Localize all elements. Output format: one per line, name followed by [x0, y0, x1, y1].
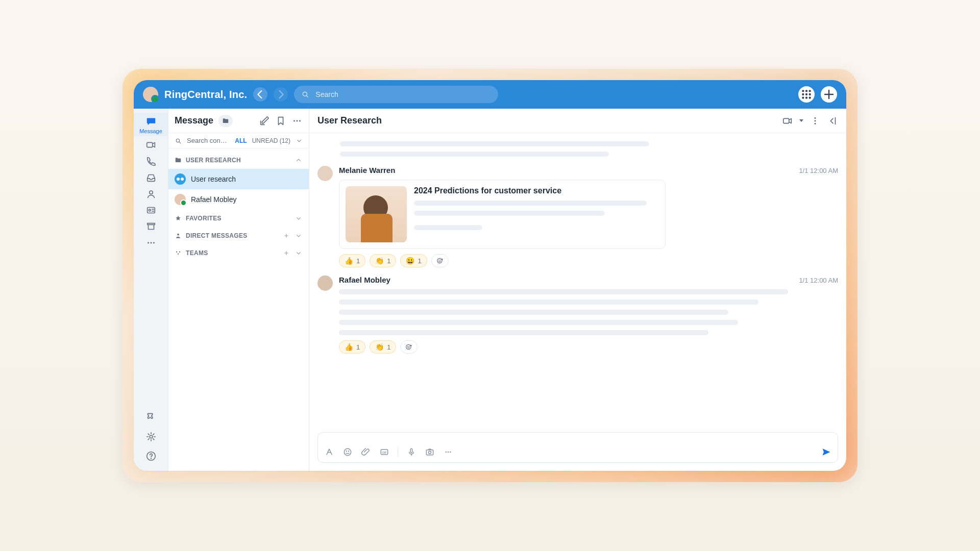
new-action-button[interactable] — [821, 86, 837, 103]
user-icon — [175, 232, 182, 239]
svg-point-4 — [802, 93, 804, 95]
sidebar-item-rafael-mobley[interactable]: Rafael Mobley — [168, 189, 309, 210]
add-reaction-button[interactable] — [400, 340, 418, 354]
rail-item-message[interactable]: Message — [134, 113, 168, 136]
attach-button[interactable] — [361, 447, 371, 457]
svg-point-37 — [409, 346, 410, 346]
group-header-favorites[interactable]: FAVORITES — [175, 210, 303, 227]
add-reaction-button[interactable] — [431, 254, 449, 267]
plus-icon — [282, 232, 290, 240]
rail-item-label: Message — [139, 128, 162, 134]
group-header-user-research[interactable]: USER RESEARCH — [175, 152, 303, 169]
svg-point-1 — [802, 90, 804, 92]
global-search[interactable] — [294, 86, 498, 103]
chat-header: User Research — [309, 109, 846, 133]
search-icon — [301, 90, 309, 98]
svg-point-0 — [303, 92, 307, 96]
gif-button[interactable]: GIF — [379, 447, 389, 457]
reaction-smile[interactable]: 😀1 — [400, 254, 427, 267]
svg-point-14 — [148, 242, 149, 244]
voice-button[interactable] — [406, 447, 416, 457]
sidebar-item-label: User research — [191, 175, 236, 183]
team-icon — [175, 173, 186, 185]
format-button[interactable] — [324, 447, 334, 457]
svg-point-9 — [809, 97, 811, 99]
group-teams: TEAMS — [168, 244, 309, 262]
chevron-down-icon — [295, 249, 303, 257]
svg-rect-43 — [410, 448, 412, 453]
filter-all[interactable]: ALL — [235, 137, 247, 144]
emoji-button[interactable] — [342, 447, 353, 457]
rail-item-help[interactable] — [134, 446, 168, 466]
svg-point-39 — [346, 451, 347, 452]
avatar[interactable] — [143, 87, 158, 102]
svg-rect-44 — [426, 450, 433, 455]
reactions: 👍1 👏1 😀1 — [339, 254, 838, 267]
message-author: Rafael Mobley — [339, 276, 390, 284]
send-button[interactable] — [821, 447, 831, 457]
microphone-icon — [406, 447, 416, 457]
svg-point-40 — [349, 451, 349, 452]
reaction-thumbs-up[interactable]: 👍1 — [339, 340, 365, 354]
user-icon — [145, 188, 157, 199]
svg-point-25 — [176, 252, 177, 253]
rail-item-more[interactable] — [134, 234, 168, 251]
help-icon — [145, 450, 157, 462]
rail-item-contacts[interactable] — [134, 185, 168, 202]
collapse-right-button[interactable] — [827, 115, 838, 127]
rail-item-fax[interactable] — [134, 202, 168, 218]
rail-item-archive[interactable] — [134, 218, 168, 234]
dots-vertical-icon — [810, 115, 821, 127]
compose-button[interactable] — [259, 115, 270, 127]
camera-button[interactable] — [425, 447, 435, 457]
bookmark-icon — [275, 115, 286, 127]
group-header-direct-messages[interactable]: DIRECT MESSAGES — [175, 227, 303, 244]
inbox-icon — [145, 172, 157, 183]
chat-feed[interactable]: Melanie Warren 1/1 12:00 AM 2024 Predict… — [309, 133, 846, 427]
rail-item-apps[interactable] — [134, 408, 168, 427]
folder-icon — [222, 117, 229, 124]
sidebar-more-button[interactable] — [291, 115, 303, 127]
folder-button[interactable] — [218, 115, 233, 127]
card-thumb — [346, 186, 407, 242]
svg-point-38 — [344, 448, 351, 455]
dots-horizontal-icon — [443, 447, 453, 457]
svg-point-48 — [450, 452, 451, 453]
svg-point-13 — [149, 209, 151, 211]
avatar[interactable] — [317, 276, 333, 291]
dialpad-button[interactable] — [798, 86, 815, 103]
plus-icon — [821, 86, 837, 103]
rail-item-phone[interactable] — [134, 153, 168, 169]
composer[interactable]: GIF — [317, 432, 838, 463]
chat-more-button[interactable] — [810, 115, 821, 127]
reaction-thumbs-up[interactable]: 👍1 — [339, 254, 365, 267]
composer-more-button[interactable] — [443, 447, 453, 457]
nav-back-button[interactable] — [253, 87, 267, 102]
separator — [398, 447, 398, 457]
reaction-clap[interactable]: 👏1 — [370, 340, 396, 354]
svg-point-16 — [153, 242, 155, 244]
global-search-input[interactable] — [314, 90, 491, 99]
start-video-button[interactable] — [782, 115, 793, 127]
reaction-clap[interactable]: 👏1 — [370, 254, 396, 267]
bookmark-button[interactable] — [275, 115, 286, 127]
add-dm-button[interactable] — [282, 232, 290, 240]
rail-item-settings[interactable] — [134, 427, 168, 446]
sidebar-search-row: Search conversatio… ALL UNREAD (12) — [168, 133, 309, 148]
filter-unread[interactable]: UNREAD (12) — [252, 137, 290, 144]
folder-icon — [175, 157, 182, 164]
chevron-down-icon[interactable] — [799, 119, 803, 122]
sidebar-item-user-research[interactable]: User research — [168, 169, 309, 189]
chevron-down-icon[interactable] — [296, 137, 303, 144]
rail-item-inbox[interactable] — [134, 169, 168, 185]
svg-point-26 — [179, 252, 180, 253]
avatar — [175, 194, 186, 205]
chevron-left-icon — [253, 87, 267, 102]
link-card[interactable]: 2024 Predictions for customer service — [339, 180, 666, 249]
avatar[interactable] — [317, 166, 333, 181]
nav-forward-button[interactable] — [274, 87, 288, 102]
sidebar-search-placeholder[interactable]: Search conversatio… — [187, 137, 230, 144]
add-team-button[interactable] — [282, 249, 290, 257]
group-header-teams[interactable]: TEAMS — [175, 244, 303, 262]
rail-item-video[interactable] — [134, 136, 168, 153]
